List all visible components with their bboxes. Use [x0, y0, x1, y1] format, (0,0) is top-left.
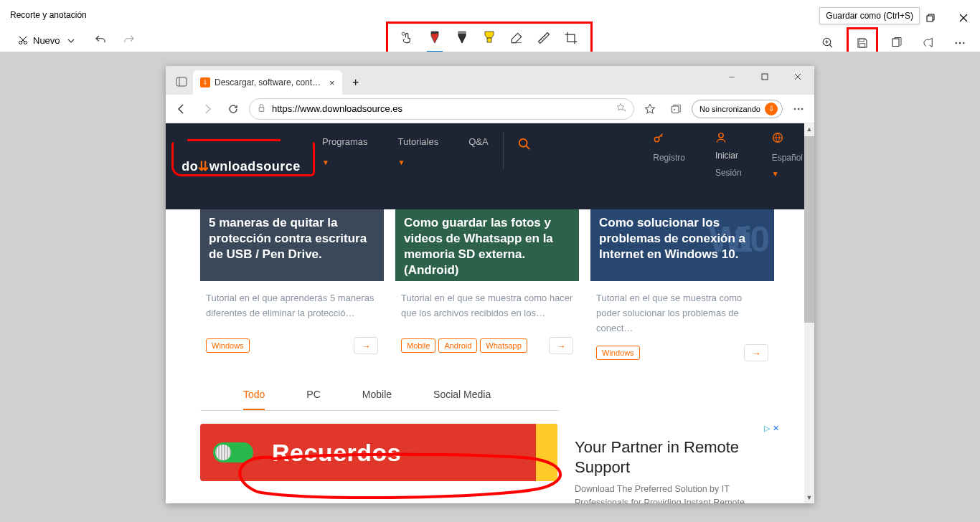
logo-part2: wnload	[209, 159, 256, 174]
edge-window-controls: ─	[715, 66, 814, 87]
profile-sync-chip[interactable]: No sincronizando ⇩	[692, 100, 783, 118]
pen-icon	[428, 30, 441, 46]
card-2-desc: Tutorial en el que se muestra como hacer…	[395, 281, 579, 337]
filter-tabs: Todo PC Mobile Social Media	[200, 389, 559, 411]
promo-banner[interactable]: Recuerdos	[200, 424, 557, 481]
browser-tab[interactable]: ⇩ Descargar, software, controlador ×	[193, 70, 342, 95]
nav-programs[interactable]: Programas ▼	[322, 136, 368, 166]
tag-whatsapp[interactable]: Whatsapp	[480, 338, 527, 353]
new-button[interactable]: Nuevo	[10, 30, 67, 50]
filter-all[interactable]: Todo	[243, 389, 265, 410]
nav-register[interactable]: Registro	[653, 132, 685, 178]
scroll-thumb[interactable]	[804, 136, 814, 323]
main-nav: Programas ▼ Tutoriales ▼ Q&A	[316, 123, 489, 209]
tab-close-icon[interactable]: ×	[329, 77, 335, 88]
filter-mobile[interactable]: Mobile	[362, 389, 392, 410]
restore-button[interactable]	[914, 7, 947, 29]
ballpoint-pen-tool[interactable]	[424, 28, 446, 48]
url-text: https://www.downloadsource.es	[272, 103, 402, 114]
tag-android[interactable]: Android	[438, 338, 477, 353]
svg-rect-10	[892, 39, 899, 47]
save-icon	[856, 37, 869, 49]
pencil-icon	[456, 30, 468, 46]
edge-maximize[interactable]	[748, 66, 781, 87]
edge-close[interactable]	[781, 66, 814, 87]
vertical-tabs-button[interactable]	[170, 70, 193, 93]
new-tab-button[interactable]: +	[345, 72, 367, 93]
register-label: Registro	[653, 153, 685, 163]
url-input[interactable]: https://www.downloadsource.es	[249, 98, 634, 120]
share-icon	[922, 37, 935, 49]
star-icon	[644, 103, 656, 115]
window-controls	[914, 7, 980, 29]
nav-language[interactable]: Español ▼	[772, 132, 803, 178]
close-icon	[959, 14, 968, 22]
card-1-arrow[interactable]: →	[354, 337, 378, 354]
card-2[interactable]: Como guardar las fotos y videos de Whats…	[395, 209, 579, 361]
svg-point-2	[402, 32, 405, 35]
refresh-button[interactable]	[223, 99, 243, 119]
canvas-area: ⇩ Descargar, software, controlador × + ─	[0, 52, 980, 522]
filter-social[interactable]: Social Media	[433, 389, 491, 410]
ad-block[interactable]: ▷ ✕ Your Partner in Remote Support Downl…	[575, 424, 780, 503]
tag-windows[interactable]: Windows	[206, 338, 250, 353]
tab-title: Descargar, software, controlador	[215, 77, 322, 87]
adchoices-badge[interactable]: ▷ ✕	[575, 424, 780, 433]
tag-windows[interactable]: Windows	[596, 346, 640, 360]
svg-rect-17	[672, 106, 679, 113]
highlighter-tool[interactable]	[479, 28, 500, 48]
card-1-image: 5 maneras de quitar la protección contra…	[200, 209, 384, 281]
undo-icon	[94, 34, 107, 47]
site-logo[interactable]: do⇊wnloadsource	[166, 123, 316, 209]
redo-button[interactable]	[119, 30, 139, 50]
eraser-icon	[509, 31, 524, 45]
tabs-icon	[176, 76, 187, 87]
sync-label: No sincronizando	[699, 105, 760, 113]
touch-writing-tool[interactable]	[397, 28, 418, 48]
back-button[interactable]	[171, 99, 192, 119]
eraser-tool[interactable]	[506, 28, 527, 48]
card-3-arrow[interactable]: →	[744, 344, 768, 361]
site-header: do⇊wnloadsource Programas ▼ Tutoriales ▼	[166, 123, 814, 209]
login-label-1: Iniciar	[715, 151, 738, 161]
edge-menu-button[interactable]	[788, 99, 809, 119]
tag-mobile[interactable]: Mobile	[401, 338, 435, 353]
chevron-down-icon: ▼	[398, 158, 439, 166]
article-cards: 5 maneras de quitar la protección contra…	[166, 209, 814, 361]
nav-divider	[503, 132, 504, 169]
new-chevron[interactable]	[63, 33, 79, 49]
ad-desc: Download The Preferred Solution by IT Pr…	[575, 483, 780, 503]
card-3[interactable]: Como solucionar los problemas de conexió…	[590, 209, 774, 361]
undo-button[interactable]	[90, 30, 110, 50]
crop-tool[interactable]	[560, 28, 582, 48]
svg-point-18	[794, 108, 796, 110]
forward-button[interactable]	[197, 99, 217, 119]
card-2-arrow[interactable]: →	[549, 337, 573, 354]
card-1[interactable]: 5 maneras de quitar la protección contra…	[200, 209, 384, 361]
collections-icon	[670, 103, 682, 115]
lower-section: Recuerdos ▷ ✕ Your Partner in Remote Sup…	[166, 417, 814, 503]
nav-qa[interactable]: Q&A	[468, 136, 488, 147]
refresh-icon	[227, 103, 239, 115]
favorites-button[interactable]	[640, 99, 660, 119]
nav-tutorials-label: Tutoriales	[398, 136, 439, 147]
chevron-down-icon: ▼	[772, 170, 803, 178]
ruler-tool[interactable]	[533, 28, 555, 48]
svg-rect-5	[487, 38, 491, 42]
nav-login[interactable]: Iniciar Sesión	[715, 132, 742, 178]
snip-image: ⇩ Descargar, software, controlador × + ─	[166, 66, 814, 503]
reader-icon[interactable]	[615, 102, 626, 115]
collections-button[interactable]	[666, 99, 686, 119]
filter-pc[interactable]: PC	[306, 389, 320, 410]
close-button[interactable]	[947, 7, 980, 29]
search-icon	[518, 138, 531, 151]
site-search-button[interactable]	[518, 138, 531, 209]
scroll-up-icon[interactable]: ▲	[804, 123, 814, 135]
nav-tutorials[interactable]: Tutoriales ▼	[398, 136, 439, 166]
scroll-down-icon[interactable]: ▼	[804, 492, 814, 503]
page-scrollbar[interactable]: ▲ ▼	[804, 123, 814, 503]
svg-rect-3	[431, 32, 438, 34]
svg-rect-9	[859, 44, 865, 47]
pencil-tool[interactable]	[451, 28, 473, 48]
edge-minimize[interactable]: ─	[715, 66, 748, 87]
